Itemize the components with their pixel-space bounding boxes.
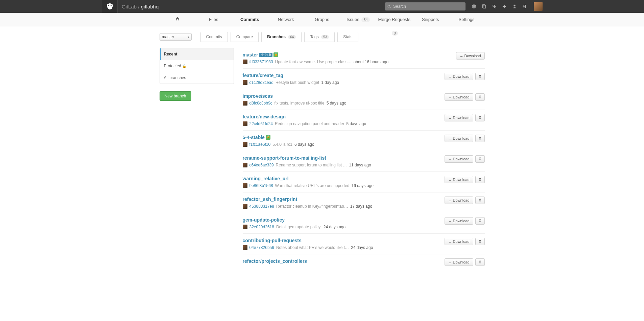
delete-branch-button[interactable] [475,135,485,142]
commit-avatar [243,183,247,188]
delete-branch-button[interactable] [475,197,485,204]
tags-count-badge: 53 [321,35,329,39]
sidebar-item-recent[interactable]: Recent [160,48,234,60]
commit-time: 5 days ago [327,101,347,106]
download-button[interactable]: Download [445,176,473,183]
download-button[interactable]: Download [445,197,473,204]
svg-rect-2 [483,5,485,8]
branch-row: rename-support-forum-to-mailing-listc64e… [243,151,485,172]
new-branch-button[interactable]: New branch [160,91,191,101]
issues-count-badge: 34 [361,17,369,22]
nav-merge-requests[interactable]: Merge Requests 0 [376,13,412,26]
branch-name-link[interactable]: feature/create_tag [243,73,284,78]
trash-icon [478,239,482,244]
branch-name-link[interactable]: 5-4-stable [243,135,265,140]
commit-message: Restyle last push widget [276,80,319,85]
delete-branch-button[interactable] [475,176,485,183]
nav-settings[interactable]: Settings [449,13,485,26]
delete-branch-button[interactable] [475,258,485,266]
user-icon[interactable] [512,4,517,9]
subtab-branches[interactable]: Branches 64 [261,32,302,42]
breadcrumb-org[interactable]: GitLab [122,4,137,9]
branches-count-badge: 64 [288,35,296,39]
nav-files[interactable]: Files [195,13,232,26]
download-button[interactable]: Download [445,135,473,142]
commit-sha[interactable]: 9e86f3b1568 [249,183,273,188]
branch-name-link[interactable]: contributing-pull-requests [243,238,302,243]
commit-time: 1 day ago [321,80,339,85]
nav-issues[interactable]: Issues 34 [340,13,376,26]
commit-line: f1fc1ae6f105.4.0 is rc16 days ago [243,142,445,147]
subtab-commits[interactable]: Commits [200,32,228,42]
gears-icon[interactable] [492,4,497,9]
commit-sha[interactable]: 32e029d2618 [249,225,274,229]
download-button[interactable]: Download [456,52,485,60]
search-input[interactable] [385,2,466,10]
lock-icon: 🔒 [182,64,186,68]
logo-icon [106,3,114,10]
commit-avatar [243,60,247,64]
download-button[interactable]: Download [445,155,473,163]
commit-time: 6 days ago [294,142,314,147]
branch-name-link[interactable]: feature/new-design [243,114,286,119]
delete-branch-button[interactable] [475,238,485,245]
logout-icon[interactable] [522,4,527,9]
subtab-tags[interactable]: Tags 53 [304,32,335,42]
download-button[interactable]: Download [445,258,473,266]
commit-line: 04e77826ba6Notes about what PR's we woul… [243,245,445,250]
branch-name-link[interactable]: rename-support-forum-to-mailing-list [243,155,326,161]
commit-sha[interactable]: fd033671933 [249,60,273,64]
commit-sha[interactable]: c64ee6ac339 [249,163,274,167]
commit-sha[interactable]: 463883317e8 [249,204,274,209]
download-button[interactable]: Download [445,93,473,101]
commit-sha[interactable]: d8fc0c3bb9c [249,101,272,106]
sidebar-item-all[interactable]: All branches [160,72,234,84]
commit-message: 5.4.0 is rc1 [272,142,292,147]
nav-graphs[interactable]: Graphs [304,13,340,26]
trash-icon [478,157,482,161]
commit-sha[interactable]: c1c28d3cead [249,80,273,85]
commit-avatar [243,245,247,250]
globe-icon[interactable] [472,4,476,9]
download-button[interactable]: Download [445,114,473,121]
files-icon[interactable] [482,4,486,9]
nav-network[interactable]: Network [268,13,304,26]
commit-avatar [243,163,247,167]
nav-commits[interactable]: Commits [232,13,268,26]
subtab-stats[interactable]: Stats [337,32,358,42]
plus-icon[interactable] [502,4,507,9]
delete-branch-button[interactable] [475,217,485,225]
branch-name-link[interactable]: refactor/projects_controllers [243,258,307,264]
delete-branch-button[interactable] [475,93,485,101]
download-icon [448,157,452,161]
logo[interactable] [102,0,118,13]
download-button[interactable]: Download [445,238,473,245]
download-icon [448,178,452,182]
commit-time: 16 days ago [352,183,374,188]
branch-row: refactor/projects_controllersDownload [243,254,485,270]
nav-snippets[interactable]: Snippets [412,13,449,26]
branch-name-link[interactable]: improve/scss [243,93,273,99]
download-button[interactable]: Download [445,217,473,225]
commit-message: Detail gem update policy. [276,225,321,229]
delete-branch-button[interactable] [475,73,485,80]
branch-name-link[interactable]: warning_relative_url [243,176,289,181]
delete-branch-button[interactable] [475,114,485,121]
sidebar-item-protected[interactable]: Protected 🔒 [160,60,234,72]
commit-line: c64ee6ac339Rename support forum to maili… [243,163,445,167]
breadcrumb-project[interactable]: gitlabhq [141,4,159,9]
download-button[interactable]: Download [445,73,473,80]
branch-row: improve/scssd8fc0c3bb9cfix tests. improv… [243,89,485,110]
svg-point-5 [514,5,515,6]
subtab-compare[interactable]: Compare [231,32,259,42]
nav-home[interactable] [160,13,196,26]
commit-sha[interactable]: f1fc1ae6f10 [249,142,271,147]
branch-name-link[interactable]: refactor_ssh_fingerprint [243,197,297,202]
delete-branch-button[interactable] [475,155,485,163]
commit-sha[interactable]: 22c4d61fd24 [249,121,273,126]
branch-name-link[interactable]: gem-update-policy [243,217,285,223]
commit-sha[interactable]: 04e77826ba6 [249,245,274,250]
branch-select[interactable]: master [160,33,192,41]
branch-name-link[interactable]: master [243,52,258,58]
user-avatar[interactable] [534,2,543,11]
